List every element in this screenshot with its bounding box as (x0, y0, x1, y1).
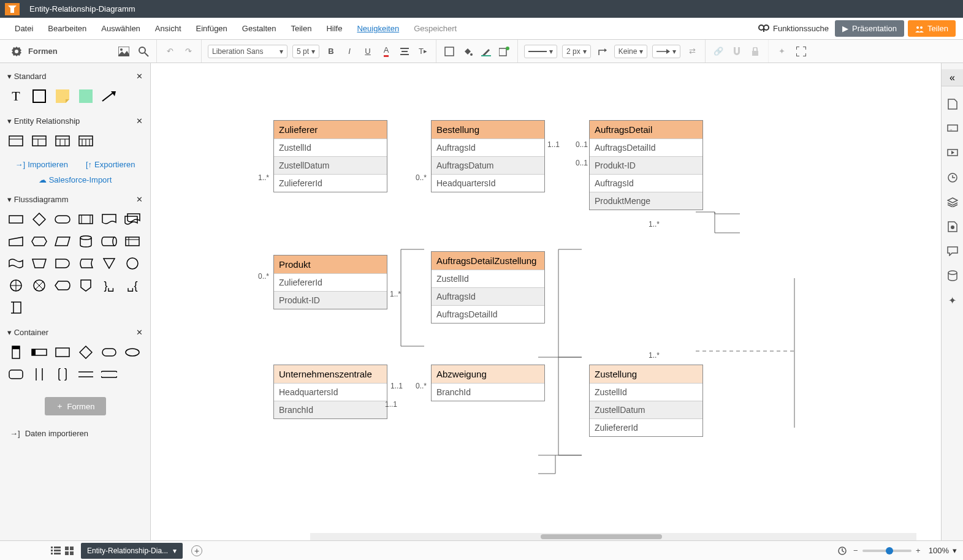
zoom-level[interactable]: 100% (925, 546, 953, 555)
link-icon[interactable]: 🔗 (712, 45, 725, 58)
shape-er-4[interactable] (77, 133, 94, 149)
magic-icon[interactable]: ✦ (775, 45, 788, 58)
shape-cn-7[interactable] (7, 366, 25, 382)
entity-field[interactable]: ZustellDatum (590, 401, 702, 418)
close-icon[interactable]: ✕ (136, 195, 143, 204)
font-select[interactable]: Liberation Sans▾ (208, 45, 287, 58)
shape-fc-sum[interactable] (31, 278, 48, 293)
present-panel-icon[interactable] (946, 146, 959, 160)
export-link[interactable]: [↑ Exportieren (86, 160, 135, 169)
entity-abzweigung[interactable]: AbzweigungBranchId (431, 365, 545, 401)
entity-field[interactable]: BranchId (274, 401, 387, 418)
shape-fc-doc[interactable] (101, 211, 118, 227)
shape-fc-diamond[interactable] (31, 211, 48, 227)
shape-fc-data[interactable] (54, 233, 71, 249)
entity-auftragsdetailzustellung[interactable]: AuftragsDetailZustellungZustellIdAuftrag… (431, 251, 545, 324)
share-button[interactable]: Teilen (908, 20, 956, 37)
section-flowchart[interactable]: ▾ Flussdiagramm ✕ (6, 191, 144, 208)
canvas[interactable]: ZuliefererZustellIdZustellDatumZuliefere… (151, 63, 941, 540)
shape-fc-or[interactable] (7, 278, 25, 293)
entity-header[interactable]: Zulieferer (274, 121, 387, 138)
entity-field[interactable]: AuftragsId (432, 138, 544, 156)
undo-button[interactable]: ↶ (163, 45, 177, 58)
shape-er-1[interactable] (7, 133, 25, 149)
shape-fc-offpage[interactable] (77, 278, 94, 293)
lock-icon[interactable] (748, 45, 762, 58)
shape-cn-1[interactable] (7, 344, 25, 360)
entity-zustellung[interactable]: ZustellungZustellIdZustellDatumZuliefere… (589, 365, 703, 437)
entity-bestellung[interactable]: BestellungAuftragsIdAuftragsDatumHeadqua… (431, 120, 545, 192)
function-search[interactable]: Funktionssuche (752, 21, 835, 36)
horizontal-scrollbar[interactable] (310, 533, 916, 540)
fontsize-select[interactable]: 5 pt ▾ (292, 45, 319, 58)
shape-note-yellow[interactable] (54, 88, 71, 104)
list-view-icon[interactable] (49, 544, 63, 558)
shapes-gear-icon[interactable] (10, 45, 23, 58)
entity-unternehmenszentrale[interactable]: UnternehmenszentraleHeadquartersIdBranch… (273, 365, 387, 419)
entity-field[interactable]: Produkt-ID (590, 156, 702, 174)
entity-field[interactable]: AuftragsDatum (432, 156, 544, 174)
styles-icon[interactable] (946, 220, 959, 233)
comment-icon[interactable]: ,, (946, 122, 959, 135)
shape-cn-9[interactable] (54, 366, 71, 382)
import-data-button[interactable]: →] Daten importieren (6, 422, 144, 445)
shape-fc-rect[interactable] (7, 211, 25, 227)
close-icon[interactable]: ✕ (136, 328, 143, 337)
shape-fc-merge[interactable] (101, 255, 118, 271)
presentation-button[interactable]: ▶ Präsentation (835, 20, 904, 37)
entity-field[interactable]: AuftragsDetailId (590, 138, 702, 156)
sparkle-icon[interactable]: ✦ (946, 293, 959, 307)
shape-cn-2[interactable] (31, 344, 48, 360)
shape-fc-delay[interactable] (54, 255, 71, 271)
entity-field[interactable]: ZustellId (274, 138, 387, 156)
salesforce-import-link[interactable]: ☁ Salesforce-Import (39, 175, 112, 184)
entity-auftragsdetail[interactable]: AuftragsDetailAuftragsDetailIdProdukt-ID… (589, 120, 703, 210)
line-path-button[interactable] (596, 45, 609, 58)
magnet-icon[interactable] (730, 45, 744, 58)
entity-field[interactable]: ZuliefererId (274, 174, 387, 192)
chevron-down-icon[interactable]: ▾ (953, 546, 957, 555)
sync-icon[interactable] (835, 544, 849, 558)
section-container[interactable]: ▾ Container ✕ (6, 324, 144, 341)
shape-cn-8[interactable] (31, 366, 48, 382)
menu-select[interactable]: Auswählen (94, 21, 148, 36)
entity-field[interactable]: ZustellId (590, 383, 702, 401)
line-start-select[interactable]: Keine ▾ (614, 45, 648, 58)
shape-fc-stored[interactable] (77, 255, 94, 271)
entity-field[interactable]: ZustellDatum (274, 156, 387, 174)
border-color-button[interactable] (479, 45, 493, 58)
entity-field[interactable]: HeadquartersId (432, 174, 544, 192)
entity-header[interactable]: Abzweigung (432, 365, 544, 383)
entity-field[interactable]: ZuliefererId (274, 273, 387, 291)
line-width-select[interactable]: 2 px ▾ (562, 45, 591, 58)
shape-fc-internal[interactable] (124, 233, 141, 249)
close-icon[interactable]: ✕ (136, 72, 143, 81)
entity-zulieferer[interactable]: ZuliefererZustellIdZustellDatumZuliefere… (273, 120, 387, 192)
shape-fc-terminator[interactable] (54, 211, 71, 227)
zoom-out-button[interactable]: − (849, 544, 862, 558)
add-page-button[interactable]: + (191, 545, 202, 556)
zoom-in-button[interactable]: + (912, 544, 925, 558)
entity-field[interactable]: BranchId (432, 383, 544, 401)
shape-arrow[interactable] (101, 88, 118, 104)
bold-button[interactable]: B (324, 45, 338, 58)
shape-fc-manual-input[interactable] (7, 233, 25, 249)
import-link[interactable]: →] Importieren (15, 160, 68, 169)
image-icon[interactable] (117, 45, 131, 58)
entity-field[interactable]: HeadquartersId (274, 383, 387, 401)
menu-insert[interactable]: Einfügen (189, 21, 235, 36)
shape-er-3[interactable] (54, 133, 71, 149)
line-style-select[interactable]: ▾ (524, 45, 557, 58)
shape-fc-manual[interactable] (31, 255, 48, 271)
shape-fc-hex[interactable] (31, 233, 48, 249)
data-icon[interactable] (946, 269, 959, 282)
menu-edit[interactable]: Bearbeiten (40, 21, 94, 36)
entity-field[interactable]: AuftragsId (432, 287, 544, 305)
close-icon[interactable]: ✕ (136, 116, 143, 126)
text-color-button[interactable]: A (379, 45, 393, 58)
entity-field[interactable]: ProduktMenge (590, 192, 702, 210)
menu-help[interactable]: Hilfe (319, 21, 349, 36)
fill-bucket-button[interactable] (461, 45, 474, 58)
shape-cn-6[interactable] (124, 344, 141, 360)
zoom-slider[interactable] (862, 550, 912, 552)
